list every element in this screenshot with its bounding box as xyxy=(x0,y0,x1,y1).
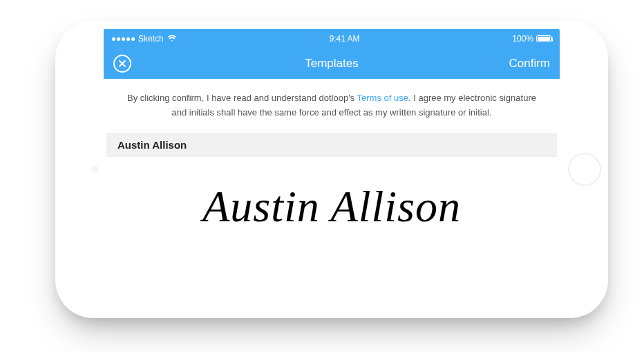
wifi-icon xyxy=(167,35,177,42)
battery-icon xyxy=(536,35,551,42)
status-left: Sketch xyxy=(112,34,177,44)
phone-home-side xyxy=(560,21,608,318)
phone-earpiece-side xyxy=(55,21,104,318)
status-right: 100% xyxy=(512,34,551,44)
status-time: 9:41 AM xyxy=(329,34,359,44)
signature-preview[interactable]: Austin Allison xyxy=(104,157,560,250)
carrier-label: Sketch xyxy=(138,34,164,44)
close-button[interactable] xyxy=(113,55,131,73)
nav-bar: Templates Confirm xyxy=(104,48,560,79)
signature-text: Austin Allison xyxy=(124,185,539,229)
front-camera xyxy=(92,166,99,173)
signer-name-field[interactable]: Austin Allison xyxy=(106,133,557,157)
content-area: By clicking confirm, I have read and und… xyxy=(104,79,560,250)
confirm-button[interactable]: Confirm xyxy=(509,57,550,71)
disclaimer-pre: By clicking confirm, I have read and und… xyxy=(127,93,357,103)
screen: Sketch 9:41 AM 100% Templates Confirm By… xyxy=(104,29,560,310)
home-button[interactable] xyxy=(568,153,601,186)
status-bar: Sketch 9:41 AM 100% xyxy=(104,29,560,48)
terms-of-use-link[interactable]: Terms of use xyxy=(357,93,408,103)
nav-title: Templates xyxy=(305,57,358,71)
close-icon xyxy=(118,59,126,68)
phone-frame: Sketch 9:41 AM 100% Templates Confirm By… xyxy=(55,21,608,318)
signal-strength-icon xyxy=(112,37,135,41)
disclaimer-text: By clicking confirm, I have read and und… xyxy=(104,79,560,133)
battery-percent: 100% xyxy=(512,34,533,44)
